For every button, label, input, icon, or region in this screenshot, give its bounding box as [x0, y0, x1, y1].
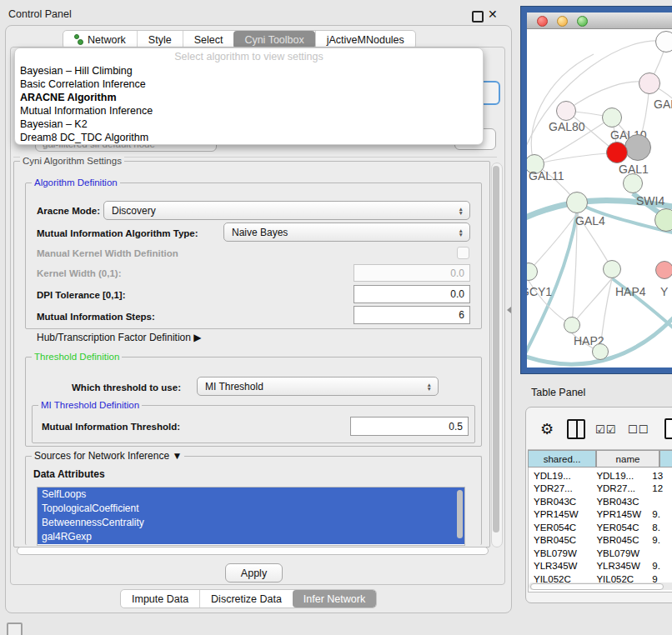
table-row[interactable]: YLR345W YLR345W 9. [528, 560, 672, 573]
close-window-icon[interactable]: ✕ [488, 8, 498, 21]
manual-kernel-checkbox[interactable] [457, 247, 469, 259]
control-panel-tab[interactable]: Select [183, 31, 234, 48]
network-node-label: GAL80 [549, 120, 585, 133]
algorithm-list-item[interactable]: Bayesian – Hill Climbing [15, 64, 483, 78]
mi-threshold-field[interactable]: 0.5 [350, 417, 469, 436]
table-row[interactable]: YBR045C YBR045C 9. [528, 534, 672, 548]
table-row[interactable]: YBR043C YBR043C [528, 495, 672, 508]
bottom-tab[interactable]: Infer Network [293, 590, 376, 608]
document-icon[interactable] [664, 418, 672, 439]
control-panel-tab[interactable]: Style [137, 31, 183, 48]
sources-group-toggle[interactable]: Sources for Network Inference ▼ [32, 450, 184, 462]
data-attribute-item[interactable]: BetweennessCentrality [38, 516, 464, 530]
mi-type-value: Naive Bayes [232, 227, 288, 238]
cell-shared-name: YDL19... [528, 471, 590, 481]
table-row[interactable]: YDL19... YDL19... 13 [528, 469, 672, 482]
close-traffic-light-icon[interactable] [537, 16, 548, 27]
control-panel-tab[interactable]: Cyni Toolbox [233, 31, 314, 48]
table-row[interactable]: YIL052C YIL052C 9 [528, 572, 672, 582]
apply-button[interactable]: Apply [225, 563, 283, 582]
network-node[interactable] [556, 101, 576, 121]
table-row[interactable]: YBL079W YBL079W [528, 547, 672, 560]
network-node[interactable] [566, 192, 588, 213]
kernel-width-field[interactable]: 0.0 [354, 264, 470, 282]
hub-section-toggle[interactable]: Hub/Transcription Factor Definition ▶ [37, 332, 202, 343]
cell-name: YDL19... [590, 471, 649, 481]
network-canvas[interactable]: GALGAL80GAL10GAL1GAL11SWI4GAL4GCY1HAP4YH… [527, 29, 672, 368]
bottom-tab[interactable]: Impute Data [121, 590, 199, 608]
kernel-width-value: 0.0 [450, 268, 464, 279]
data-attribute-item[interactable]: SelfLoops [38, 488, 464, 502]
table-column-header[interactable]: shared... [528, 450, 596, 468]
tab-label: Impute Data [132, 593, 188, 605]
bottom-tab[interactable]: Discretize Data [199, 590, 293, 608]
network-node[interactable] [624, 134, 651, 161]
cell-value: 9. [649, 561, 672, 571]
network-node[interactable] [564, 317, 580, 333]
network-node[interactable] [603, 260, 621, 278]
algorithm-list-item[interactable]: Mutual Information Inference [15, 104, 483, 118]
mi-type-combo[interactable]: Naive Bayes ▲▼ [223, 222, 470, 242]
cell-shared-name: YDR27... [528, 483, 590, 493]
dpi-tolerance-field[interactable]: 0.0 [354, 285, 470, 303]
algorithm-list-item[interactable]: Basic Correlation Inference [15, 78, 483, 91]
table-row[interactable]: YER054C YER054C 8. [528, 521, 672, 534]
network-node[interactable] [654, 208, 672, 232]
algorithm-list-item[interactable]: Bayesian – K2 [15, 118, 483, 131]
data-attributes-label: Data Attributes [33, 468, 105, 480]
tab-label: Select [194, 34, 223, 46]
attribute-list-scrollbar[interactable] [457, 490, 463, 538]
network-node[interactable] [639, 72, 660, 94]
control-panel-tab[interactable]: jActiveMNodules [315, 31, 415, 48]
which-threshold-label: Which threshold to use: [72, 382, 181, 392]
data-attribute-item[interactable]: gal4RGexp [38, 530, 464, 544]
aracne-mode-combo[interactable]: Discovery ▲▼ [103, 201, 470, 220]
control-panel-title: Control Panel [8, 8, 72, 20]
which-threshold-combo[interactable]: MI Threshold ▲▼ [197, 377, 439, 396]
settings-horizontal-scrollbar[interactable] [17, 547, 489, 555]
tab-label: Discretize Data [211, 593, 282, 605]
aracne-mode-value: Discovery [112, 205, 156, 217]
split-columns-icon[interactable] [567, 419, 585, 439]
checked-pair-icon[interactable]: ☑☑ [595, 423, 616, 436]
bottom-left-palette-icon[interactable] [7, 622, 23, 635]
network-node[interactable] [623, 173, 643, 193]
network-node[interactable] [602, 108, 622, 128]
network-node[interactable] [655, 31, 672, 52]
cyni-settings-group-title: Cyni Algorithm Settings [20, 156, 124, 166]
algorithm-list-item[interactable]: Dream8 DC_TDC Algorithm [15, 131, 483, 144]
threshold-definition-title: Threshold Definition [32, 352, 122, 362]
float-window-icon[interactable] [472, 11, 484, 22]
cell-shared-name: YLR345W [528, 561, 590, 571]
table-panel-title: Table Panel [531, 387, 585, 398]
network-node-label: Y [660, 285, 668, 298]
settings-scrollbar-thumb[interactable] [493, 166, 499, 532]
algorithm-list-item[interactable]: ARACNE Algorithm [15, 91, 483, 104]
tab-label: Style [148, 34, 172, 46]
cell-shared-name: YPR145W [528, 509, 590, 519]
network-node[interactable] [655, 261, 672, 279]
column-header-label: name [616, 454, 640, 464]
hub-section-label: Hub/Transcription Factor Definition [37, 332, 191, 343]
data-attribute-item[interactable]: TopologicalCoefficient [38, 502, 464, 516]
network-node-label: GCY1 [527, 285, 552, 298]
control-panel-tab[interactable]: Network [63, 31, 137, 48]
table-column-header[interactable]: name [596, 450, 659, 468]
mi-steps-field[interactable]: 6 [354, 306, 470, 324]
network-window-titlebar[interactable] [527, 12, 672, 29]
table-column-header[interactable] [659, 450, 672, 468]
network-node[interactable] [592, 343, 609, 360]
unchecked-pair-icon[interactable]: ☐☐ [628, 423, 649, 436]
panel-divider-collapse-icon[interactable] [507, 307, 511, 313]
table-row[interactable]: YPR145W YPR145W 9. [528, 508, 672, 522]
gear-icon[interactable]: ⚙ [540, 420, 554, 438]
minimize-traffic-light-icon[interactable] [557, 16, 568, 27]
algorithm-placeholder: Select algorithm to view settings [15, 48, 483, 64]
table-horizontal-scrollbar[interactable] [529, 582, 672, 590]
table-row[interactable]: YDR27... YDR27... 12 [528, 482, 672, 496]
network-node[interactable] [606, 142, 628, 163]
settings-vertical-scrollbar[interactable] [491, 162, 503, 548]
cell-value: 9. [649, 535, 672, 545]
zoom-traffic-light-icon[interactable] [577, 16, 588, 27]
table-scrollbar-thumb[interactable] [530, 583, 664, 590]
